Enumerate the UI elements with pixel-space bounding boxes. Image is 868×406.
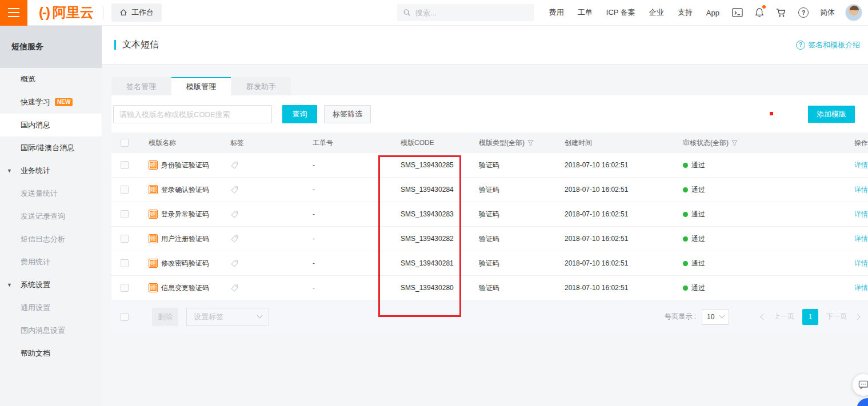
- topbar-menu-item[interactable]: App: [706, 9, 719, 17]
- topbar-menu-item[interactable]: 费用: [549, 7, 564, 18]
- sidebar-item[interactable]: 国际/港澳台消息: [0, 136, 102, 159]
- sidebar-item[interactable]: 费用统计: [0, 251, 102, 274]
- sidebar-item[interactable]: 发送量统计: [0, 182, 102, 205]
- template-search-input[interactable]: [113, 105, 272, 123]
- add-template-button[interactable]: 添加模版: [808, 106, 855, 123]
- tab[interactable]: 签名管理: [111, 77, 171, 95]
- ticket-value: -: [313, 161, 315, 169]
- sidebar-item[interactable]: 通用设置: [0, 296, 102, 319]
- template-name-cell: 赠 用户注册验证码: [144, 234, 226, 244]
- footer-select-all-checkbox[interactable]: [121, 313, 129, 321]
- chevron-left-icon[interactable]: [760, 313, 766, 320]
- row-checkbox[interactable]: [121, 259, 129, 267]
- tag-filter-button[interactable]: 标签筛选: [324, 105, 371, 123]
- aliyun-logo[interactable]: (-) 阿里云: [39, 3, 94, 22]
- sidebar-item[interactable]: 发送记录查询: [0, 205, 102, 228]
- tag-icon[interactable]: [230, 234, 239, 243]
- tag-icon[interactable]: [230, 259, 239, 268]
- table-footer: 删除 设置标签 每页显示 : 10 上一页 1 下一页: [111, 300, 868, 333]
- tag-icon[interactable]: [230, 185, 239, 194]
- created-time: 2018-07-10 16:02:51: [565, 210, 628, 218]
- status-pass-dot: [683, 286, 688, 291]
- tag-cell: [226, 235, 308, 243]
- select-all-checkbox[interactable]: [121, 139, 129, 147]
- sidebar-item[interactable]: 帮助文档: [0, 342, 102, 365]
- signature-template-intro-link[interactable]: ? 签名和模板介绍: [796, 40, 860, 50]
- next-page-button[interactable]: 下一页: [826, 312, 847, 321]
- filter-funnel-icon[interactable]: [731, 140, 738, 146]
- sidebar-item[interactable]: ▼ 系统设置: [0, 274, 102, 296]
- row-checkbox[interactable]: [121, 284, 129, 292]
- detail-link[interactable]: 详情: [854, 160, 868, 170]
- chevron-down-icon: [719, 313, 725, 319]
- tab-bar: 签名管理 模版管理 群发助手: [111, 77, 868, 95]
- created-time-cell: 2018-07-10 16:02:51: [560, 210, 678, 218]
- topbar-menu-item[interactable]: ICP 备案: [606, 7, 635, 18]
- status-pass-dot: [683, 163, 688, 168]
- tag-icon[interactable]: [230, 160, 239, 170]
- sidebar-item[interactable]: ▼ 业务统计: [0, 159, 102, 182]
- row-checkbox[interactable]: [121, 210, 129, 218]
- filter-row: 查询 标签筛选 添加模版: [111, 95, 868, 132]
- topbar-menu-item[interactable]: 支持: [678, 7, 693, 18]
- tag-icon[interactable]: [230, 210, 239, 219]
- global-search-input[interactable]: [415, 9, 518, 17]
- notification-bell-icon[interactable]: [755, 7, 764, 18]
- table-row: 赠 身份验证验证码 - SMS_: [111, 153, 868, 178]
- column-header: 模版CODE: [396, 138, 474, 148]
- template-code-cell: SMS_139430284: [396, 186, 474, 194]
- ticket-cell: -: [308, 235, 396, 243]
- hamburger-menu-icon[interactable]: [0, 0, 27, 26]
- filter-funnel-icon[interactable]: [527, 140, 534, 146]
- ticket-value: -: [313, 259, 315, 267]
- row-checkbox[interactable]: [121, 186, 129, 194]
- delete-button[interactable]: 删除: [152, 308, 178, 326]
- detail-link[interactable]: 详情: [854, 259, 868, 268]
- detail-link[interactable]: 详情: [854, 210, 868, 219]
- table-row: 赠 修改密码验证码 - SMS_: [111, 251, 868, 276]
- console-terminal-icon[interactable]: [732, 8, 743, 17]
- cart-icon[interactable]: [776, 8, 786, 18]
- chat-bubble-icon: [858, 380, 868, 389]
- column-header: 标签: [226, 138, 308, 148]
- template-type: 验证码: [479, 234, 499, 244]
- workspace-label: 工作台: [131, 7, 154, 18]
- topbar-menu-item[interactable]: 企业: [649, 7, 664, 18]
- detail-link[interactable]: 详情: [854, 234, 868, 244]
- set-tag-select[interactable]: 设置标签: [186, 308, 269, 326]
- help-icon[interactable]: ?: [798, 7, 809, 18]
- user-avatar[interactable]: [845, 4, 862, 21]
- template-name: 用户注册验证码: [161, 234, 209, 244]
- sidebar-item-label: 费用统计: [21, 257, 50, 267]
- prev-page-button[interactable]: 上一页: [774, 312, 794, 321]
- sidebar-item[interactable]: 国内消息设置: [0, 319, 102, 342]
- topbar-menu-item[interactable]: 工单: [578, 7, 593, 18]
- current-page-button[interactable]: 1: [802, 309, 818, 325]
- gift-badge-icon: 赠: [149, 185, 158, 194]
- chevron-down-icon: [257, 313, 263, 319]
- tab[interactable]: 群发助手: [231, 77, 291, 95]
- locale-switch[interactable]: 简体: [820, 7, 835, 18]
- query-button[interactable]: 查询: [282, 105, 317, 123]
- action-cell: 详情: [850, 210, 868, 219]
- created-time: 2018-07-10 16:02:51: [565, 284, 628, 292]
- workspace-button[interactable]: 工作台: [111, 3, 162, 22]
- status-pass-dot: [683, 187, 688, 192]
- created-time-cell: 2018-07-10 16:02:51: [560, 186, 678, 194]
- tag-icon[interactable]: [230, 283, 239, 292]
- template-name-cell: 赠 身份验证验证码: [144, 160, 226, 170]
- sidebar-item[interactable]: 短信日志分析: [0, 228, 102, 251]
- row-checkbox[interactable]: [121, 161, 129, 169]
- row-checkbox[interactable]: [121, 235, 129, 243]
- sidebar-item[interactable]: 快速学习 NEW: [0, 91, 102, 114]
- status-label: 通过: [691, 259, 705, 268]
- chevron-right-icon[interactable]: [854, 313, 860, 320]
- tag-cell: [226, 259, 308, 268]
- audit-status-cell: 通过: [678, 185, 850, 195]
- detail-link[interactable]: 详情: [854, 185, 868, 195]
- sidebar-item[interactable]: 概览: [0, 68, 102, 91]
- tab[interactable]: 模版管理: [171, 77, 231, 95]
- detail-link[interactable]: 详情: [854, 283, 868, 293]
- sidebar-item[interactable]: 国内消息: [0, 114, 102, 136]
- per-page-select[interactable]: 10: [702, 309, 729, 325]
